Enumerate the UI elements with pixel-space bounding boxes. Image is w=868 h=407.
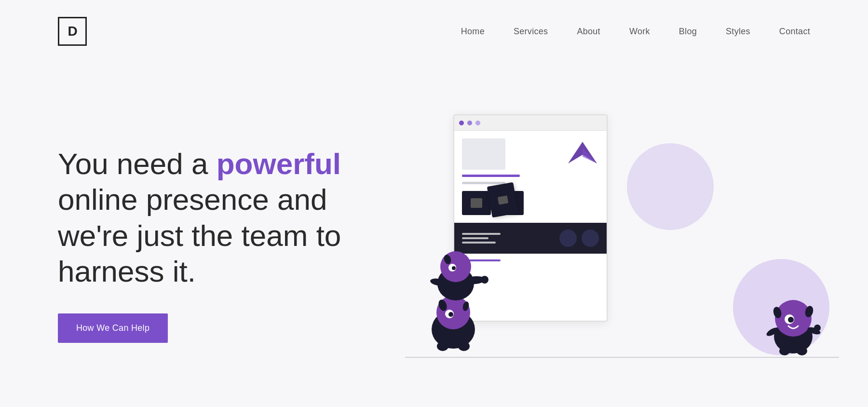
heading-before: You need a — [58, 147, 217, 180]
hero-illustration — [405, 105, 839, 384]
purple-circle-medium — [627, 143, 714, 230]
dark-circle-2 — [582, 230, 599, 247]
nav-home[interactable]: Home — [461, 27, 485, 37]
nav-services[interactable]: Services — [514, 27, 548, 37]
svg-point-23 — [788, 317, 794, 323]
browser-line-gray-1 — [462, 182, 505, 184]
heading-after: online presence and we're just the team … — [58, 183, 341, 288]
svg-point-13 — [452, 266, 456, 270]
browser-dark-circles — [559, 230, 599, 247]
nav-blog[interactable]: Blog — [679, 27, 697, 37]
browser-dot-2 — [467, 121, 472, 125]
nav-contact[interactable]: Contact — [779, 27, 810, 37]
cta-button[interactable]: How We Can Help — [58, 313, 168, 343]
svg-point-19 — [779, 347, 790, 355]
creature-stack — [415, 209, 492, 355]
hero-text-block: You need a powerful online presence and … — [58, 146, 395, 343]
svg-point-3 — [437, 341, 448, 351]
held-document-inner — [497, 195, 508, 204]
browser-img-placeholder — [462, 138, 505, 170]
svg-point-4 — [458, 341, 470, 351]
hero-section: You need a powerful online presence and … — [0, 63, 868, 407]
heading-highlight: powerful — [217, 147, 341, 180]
navigation: Home Services About Work Blog Styles Con… — [461, 27, 810, 37]
browser-line-purple-1 — [462, 175, 520, 177]
browser-bird-icon — [568, 139, 597, 163]
logo[interactable]: D — [58, 17, 87, 46]
nav-about[interactable]: About — [577, 27, 600, 37]
creature-right — [762, 279, 825, 358]
browser-dot-3 — [475, 121, 480, 125]
hero-heading: You need a powerful online presence and … — [58, 146, 395, 290]
dark-circle-1 — [559, 230, 577, 247]
svg-point-16 — [481, 276, 488, 284]
browser-topbar — [454, 115, 607, 131]
nav-work[interactable]: Work — [629, 27, 650, 37]
svg-point-28 — [814, 325, 821, 331]
browser-card-inner-1 — [471, 198, 482, 208]
header: D Home Services About Work Blog Styles C… — [0, 0, 868, 63]
nav-styles[interactable]: Styles — [726, 27, 750, 37]
svg-point-7 — [448, 312, 453, 317]
logo-letter: D — [68, 24, 77, 39]
svg-point-20 — [797, 347, 807, 355]
browser-dot-1 — [459, 121, 464, 125]
